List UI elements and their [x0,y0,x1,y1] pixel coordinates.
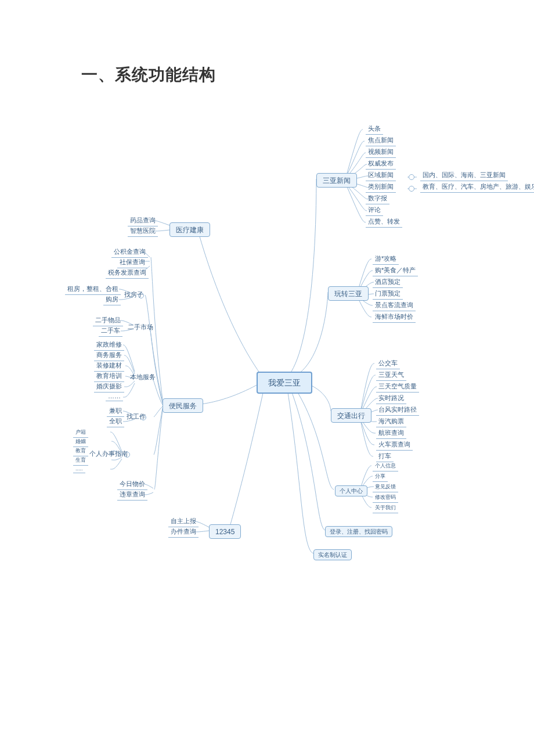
leaf-news-region-note: 国内、国际、海南、三亚新闻 [420,171,508,181]
leaf-play-1[interactable]: 购*美食／特产 [373,266,418,276]
leaf-traffic-5[interactable]: 海汽购票 [376,417,406,427]
leaf-news-2[interactable]: 视频新闻 [366,147,396,158]
branch-civic[interactable]: 便民服务 [163,398,203,413]
leaf-civic-bot-0[interactable]: 今日物价 [117,480,147,490]
leaf-civic-bot-1[interactable]: 违章查询 [117,490,147,501]
leaf-civic-top-0[interactable]: 公积金查询 [111,247,148,258]
branch-health[interactable]: 医疗建康 [169,222,210,237]
leaf-traffic-4[interactable]: 台风实时路径 [376,405,419,416]
subhub-local[interactable]: 本地服务 [128,373,158,383]
expand-dot[interactable] [409,186,414,192]
center-node[interactable]: 我爱三亚 [257,372,312,394]
subhub-second[interactable]: 二手市场 [125,323,156,333]
leaf-second-1[interactable]: 二手车 [99,326,122,337]
leaf-local-4[interactable]: 婚庆摄影 [94,382,124,393]
branch-news[interactable]: 三亚新闻 [316,173,357,188]
leaf-guide-1[interactable]: 婚姻 [73,438,88,447]
leaf-local-0[interactable]: 家政维修 [94,340,124,351]
leaf-guide-4[interactable]: ..... [73,466,85,473]
leaf-news-4[interactable]: 区域新闻 [366,171,396,181]
leaf-traffic-8[interactable]: 打车 [376,452,394,462]
leaf-traffic-2[interactable]: 三天空气质量 [376,382,419,393]
leaf-profile-0[interactable]: 个人信息 [373,462,398,471]
leaf-news-category-note: 教育、医疗、汽车、房地产、旅游、娱乐 [420,182,534,193]
leaf-house-1[interactable]: 购房 [103,295,121,305]
leaf-guide-2[interactable]: 教育 [73,447,88,456]
leaf-news-5[interactable]: 类别新闻 [366,182,396,193]
expand-dot[interactable] [409,174,414,180]
subhub-job[interactable]: 找工作 [124,412,148,422]
leaf-traffic-0[interactable]: 公交车 [376,359,400,369]
leaf-second-0[interactable]: 二手物品 [93,316,123,326]
branch-play[interactable]: 玩转三亚 [328,286,369,301]
branch-profile[interactable]: 个人中心 [335,485,367,496]
leaf-play-0[interactable]: 游*攻略 [373,254,399,265]
leaf-guide-3[interactable]: 生育 [73,456,88,466]
leaf-play-2[interactable]: 酒店预定 [373,278,403,288]
leaf-profile-4[interactable]: 关于我们 [373,504,398,513]
leaf-local-1[interactable]: 商务服务 [94,351,124,361]
leaf-civic-top-2[interactable]: 税务发票查询 [106,268,149,279]
leaf-local-5[interactable]: …… [106,393,123,401]
leaf-local-2[interactable]: 装修建材 [94,361,124,372]
branch-traffic[interactable]: 交通出行 [331,408,371,423]
leaf-guide-0[interactable]: 户籍 [73,429,88,438]
leaf-traffic-6[interactable]: 航班查询 [376,429,406,439]
leaf-health-1[interactable]: 智慧医院 [128,226,158,237]
leaf-civic-top-1[interactable]: 社保查询 [117,258,147,268]
branch-realname[interactable]: 实名制认证 [313,549,352,560]
leaf-12345-0[interactable]: 自主上报 [168,517,199,527]
leaf-traffic-1[interactable]: 三亚天气 [376,370,406,381]
mindmap-canvas: 我爱三亚 三亚新闻 头条 焦点新闻 视频新闻 权威发布 区域新闻 国内、国际、海… [0,109,534,591]
leaf-news-0[interactable]: 头条 [366,124,383,135]
leaf-profile-1[interactable]: 分享 [373,473,388,482]
subhub-house[interactable]: 找房子 [122,290,146,300]
leaf-play-4[interactable]: 景点客流查询 [373,301,416,311]
leaf-local-3[interactable]: 教育培训 [94,372,124,382]
branch-login[interactable]: 登录、注册、找回密码 [325,526,392,537]
leaf-traffic-3[interactable]: 实时路况 [376,394,406,404]
leaf-profile-2[interactable]: 意见反馈 [373,483,398,492]
leaf-news-7[interactable]: 评论 [366,206,383,216]
branch-12345[interactable]: 12345 [209,524,241,539]
subhub-guide[interactable]: 个人办事指南 [87,449,130,459]
leaf-12345-1[interactable]: 办件查询 [168,527,199,538]
leaf-news-1[interactable]: 焦点新闻 [366,136,396,146]
leaf-news-8[interactable]: 点赞、转发 [366,217,402,228]
leaf-house-0[interactable]: 租房，整租、合租 [65,285,121,295]
leaf-news-3[interactable]: 权威发布 [366,159,396,170]
page-title: 一、系统功能结构 [0,0,534,86]
leaf-health-0[interactable]: 药品查询 [128,216,158,226]
leaf-traffic-7[interactable]: 火车票查询 [376,440,413,451]
leaf-job-1[interactable]: 全职 [107,417,124,427]
leaf-job-0[interactable]: 兼职 [107,406,124,417]
leaf-play-3[interactable]: 门票预定 [373,289,403,300]
leaf-news-6[interactable]: 数字报 [366,194,389,204]
leaf-play-5[interactable]: 海鲜市场时价 [373,312,416,323]
leaf-profile-3[interactable]: 修改密码 [373,494,398,503]
